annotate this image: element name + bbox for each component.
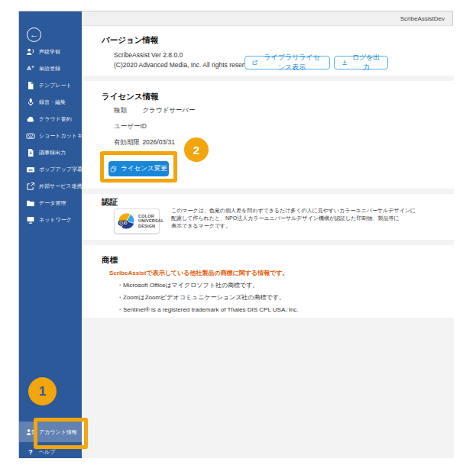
sidebar-item-minutes-output[interactable]: 議事録出力 (19, 144, 82, 161)
sidebar-item-label: ポップアップ字幕 (39, 166, 83, 173)
annotation-badge-1: 1 (28, 377, 57, 406)
log-output-button-label: ログを出力 (351, 53, 380, 73)
sidebar-item-label: 外部サービス連携 (39, 183, 83, 190)
sidebar-item-label: クラウド要約 (39, 115, 72, 123)
sidebar-item-external-service[interactable]: 外部サービス連携 (19, 178, 82, 195)
external-service-icon (26, 182, 35, 191)
app-window: ← 声紋学習 A⁺ 単語登録 テンプレート (18, 11, 453, 458)
cud-mark-icon: CUD (117, 212, 136, 231)
sidebar-item-label: テンプレート (39, 82, 72, 89)
license-section-title: ライセンス情報 (102, 92, 159, 102)
template-icon (26, 81, 35, 90)
certification-section: 認証 CUD COLOR UNIVERSAL DESIGN (82, 194, 454, 240)
annotation-rect-account-info (34, 418, 88, 449)
sidebar-nav: 声紋学習 A⁺ 単語登録 テンプレート 録音・編集 (19, 44, 82, 228)
trademark-section: 商標 ScribeAssistで表示している他社製品の商標に関する情報です。 ・… (82, 245, 454, 318)
sidebar-item-label: データ管理 (39, 199, 66, 207)
sidebar-item-label: 議事録出力 (39, 149, 66, 157)
library-license-button[interactable]: ライブラリライセンス表示 (244, 56, 330, 69)
sidebar-item-popup-subtitle[interactable]: cc ポップアップ字幕 (19, 161, 82, 178)
license-row-label: 種類 (114, 106, 141, 115)
app-version: ScribeAssist Ver 2.8.0.0 (114, 50, 257, 60)
annotation-rect-license-change (100, 151, 177, 183)
sidebar-item-label: ヘルプ (39, 448, 56, 456)
sidebar-item-label: 録音・編集 (39, 99, 66, 106)
record-edit-icon (26, 98, 35, 107)
log-output-button[interactable]: ログを出力 (334, 56, 388, 69)
certification-description: このマークは、色覚の個人差を問わずできるだけ多くの人に見やすいカラーユニバーサル… (171, 207, 446, 229)
help-icon: ? (26, 448, 35, 456)
cloud-summary-icon (26, 115, 35, 124)
data-management-icon (26, 199, 35, 208)
screenshot-canvas: ← 声紋学習 A⁺ 単語登録 テンプレート (0, 0, 476, 475)
content-area: バージョン情報 ScribeAssist Ver 2.8.0.0 (C)2020… (82, 26, 454, 458)
back-button[interactable]: ← (27, 27, 41, 42)
sidebar-item-label: ショートカットキー (39, 132, 88, 140)
license-row-expiry: 有効期限 2026/03/31 (114, 138, 175, 147)
license-row-label: ユーザーID (114, 122, 147, 131)
license-row-type: 種類 クラウドサーバー (114, 106, 196, 115)
version-text: ScribeAssist Ver 2.8.0.0 (C)2020 Advance… (114, 50, 257, 70)
sidebar-item-label: 声紋学習 (39, 48, 60, 56)
trademark-item: ・ZoomはZoomビデオコミュニケーションズ社の商標です。 (117, 293, 285, 302)
certification-section-title: 認証 (102, 197, 118, 208)
cud-logo-text: COLOR UNIVERSAL DESIGN (138, 214, 164, 229)
trademark-item: ・Sentinel® is a registered trademark of … (117, 305, 299, 314)
library-license-button-label: ライブラリライセンス表示 (261, 53, 322, 73)
minutes-output-icon (26, 148, 35, 157)
voice-learning-icon (26, 47, 35, 57)
titlebar: ScribeAssistDev (82, 11, 452, 26)
sidebar-item-cloud-summary[interactable]: クラウド要約 (19, 111, 82, 128)
cud-logo: CUD COLOR UNIVERSAL DESIGN (114, 208, 160, 234)
back-arrow-icon: ← (30, 31, 38, 39)
sidebar-item-word-register[interactable]: A⁺ 単語登録 (19, 60, 82, 77)
sidebar-item-shortcut-key[interactable]: ショートカットキー (19, 128, 82, 144)
sidebar-item-record-edit[interactable]: 録音・編集 (19, 94, 82, 111)
network-icon (26, 215, 35, 225)
trademark-section-title: 商標 (102, 255, 118, 266)
download-icon (342, 59, 348, 66)
copyright: (C)2020 Advanced Media, Inc. All rights … (114, 60, 257, 70)
sidebar-item-label: 単語登録 (39, 65, 60, 73)
window-title: ScribeAssistDev (400, 15, 445, 22)
version-section: バージョン情報 ScribeAssist Ver 2.8.0.0 (C)2020… (82, 26, 454, 76)
svg-text:cc: cc (28, 167, 33, 172)
external-link-icon (252, 59, 257, 66)
license-row-label: 有効期限 (114, 138, 141, 147)
version-section-title: バージョン情報 (102, 35, 158, 46)
license-row-value: 2026/03/31 (142, 138, 175, 146)
sidebar-item-template[interactable]: テンプレート (19, 77, 82, 94)
svg-text:CUD: CUD (119, 221, 128, 225)
trademark-notice: ScribeAssistで表示している他社製品の商標に関する情報です。 (109, 269, 289, 277)
license-row-value: クラウドサーバー (142, 106, 195, 114)
trademark-item: ・Microsoft Officeはマイクロソフト社の商標です。 (117, 281, 258, 289)
annotation-badge-2: 2 (184, 137, 209, 162)
sidebar-item-data-management[interactable]: データ管理 (19, 195, 82, 212)
sidebar-item-network[interactable]: ネットワーク (19, 212, 82, 228)
sidebar-item-label: ネットワーク (39, 216, 72, 224)
sidebar-item-voice-learning[interactable]: 声紋学習 (19, 44, 82, 60)
popup-subtitle-icon: cc (26, 165, 35, 174)
word-register-icon: A⁺ (26, 64, 35, 73)
shortcut-key-icon (26, 131, 35, 141)
license-row-user-id: ユーザーID (114, 122, 147, 131)
